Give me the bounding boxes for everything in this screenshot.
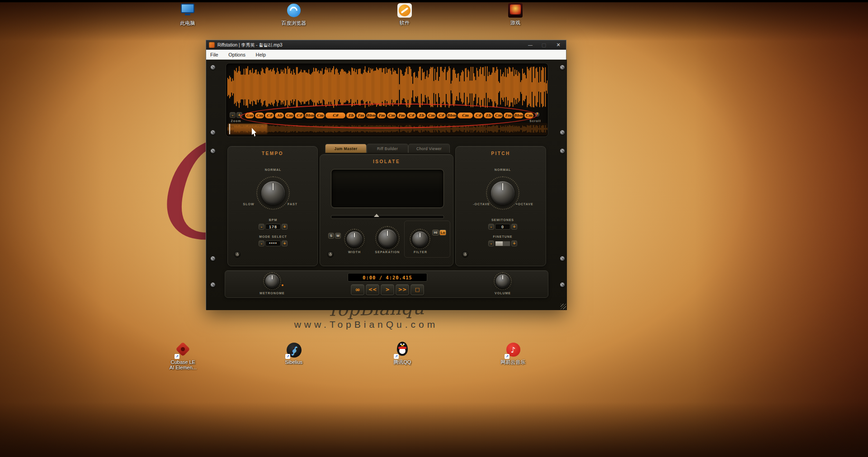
close-button[interactable]: ✕: [552, 40, 565, 50]
finetune-plus-button[interactable]: +: [511, 240, 517, 246]
minimize-button[interactable]: —: [524, 40, 537, 50]
chord-pill[interactable]: Cm: [316, 113, 325, 118]
semitones-minus-button[interactable]: -: [488, 224, 494, 230]
bpm-plus-button[interactable]: +: [282, 224, 288, 230]
chord-pill[interactable]: Bbm: [305, 113, 315, 118]
chord-pill[interactable]: Eb: [346, 113, 355, 118]
solo-button[interactable]: S: [328, 233, 334, 239]
width-knob[interactable]: [347, 231, 362, 247]
chord-pill[interactable]: C#: [295, 113, 304, 118]
chord-pill[interactable]: Eb: [417, 113, 426, 118]
chord-pill[interactable]: Fm: [504, 113, 513, 118]
icon-label: Sibelius: [274, 359, 314, 365]
chord-pill[interactable]: Fm: [397, 113, 406, 118]
chord-pill[interactable]: Gm: [245, 113, 254, 118]
waveform-panel: - + Zoom GmCmC#AbCmC#BbmCmC#EbFmBbmFmCmF…: [226, 63, 548, 137]
chord-pill[interactable]: Cm: [255, 113, 264, 118]
pitch-knob[interactable]: [491, 181, 514, 205]
separation-knob[interactable]: [378, 229, 396, 247]
metronome-knob[interactable]: [265, 274, 279, 288]
pitch-power-button[interactable]: [462, 251, 468, 258]
chord-pill[interactable]: Cm: [387, 113, 396, 118]
mode-plus-button[interactable]: +: [282, 240, 288, 246]
tab-riff-builder[interactable]: Riff Builder: [367, 144, 408, 153]
mode-value: ****: [265, 240, 281, 246]
screw-icon: [211, 65, 215, 70]
icon-label: 软件: [384, 20, 425, 25]
menu-options[interactable]: Options: [224, 50, 250, 60]
tempo-knob[interactable]: [261, 181, 285, 205]
forward-button[interactable]: >>: [396, 284, 409, 295]
chord-pill[interactable]: Cm: [427, 113, 436, 118]
waveform-overview-strip[interactable]: [227, 123, 547, 135]
chord-pill[interactable]: Fm: [356, 113, 365, 118]
mute-button[interactable]: M: [335, 233, 341, 239]
bpm-minus-button[interactable]: -: [259, 224, 264, 230]
waveform[interactable]: [227, 66, 547, 108]
chord-pill[interactable]: C#: [407, 113, 416, 118]
icon-label: Cubase LE AI Elemen...: [163, 359, 203, 370]
desktop-icon-software[interactable]: 软件: [384, 3, 425, 25]
mode-minus-button[interactable]: -: [259, 240, 264, 246]
chord-pill[interactable]: Cm: [458, 113, 473, 118]
chord-pill[interactable]: Bbm: [366, 113, 376, 118]
tab-jam-master[interactable]: Jam Master: [325, 144, 367, 153]
chord-pill[interactable]: C#: [265, 113, 274, 118]
window-title: Riffstation | 李秀英 - 휠릴리.mp3: [217, 42, 283, 48]
rewind-button[interactable]: <<: [366, 284, 379, 295]
chord-pill[interactable]: C#: [437, 113, 446, 118]
title-bar[interactable]: Riffstation | 李秀英 - 휠릴리.mp3 — ▢ ✕: [206, 40, 566, 50]
chord-pill[interactable]: Bbm: [514, 113, 524, 118]
desktop-icon-baidu-browser[interactable]: 百度浏览器: [274, 3, 314, 26]
maximize-button[interactable]: ▢: [537, 40, 551, 50]
chord-pill[interactable]: Cm: [494, 113, 503, 118]
riffstation-window: Riffstation | 李秀英 - 휠릴리.mp3 — ▢ ✕ File O…: [206, 40, 566, 310]
stop-button[interactable]: □: [410, 284, 424, 295]
chord-pill[interactable]: Cm: [285, 113, 294, 118]
desktop-icon-games[interactable]: 游戏: [495, 3, 536, 25]
desktop-icon-this-pc[interactable]: 此电脑: [167, 3, 208, 26]
volume-label: VOLUME: [485, 292, 521, 295]
chord-pill[interactable]: Fm: [377, 113, 386, 118]
semitones-plus-button[interactable]: +: [511, 224, 517, 230]
chord-pill[interactable]: C#: [474, 113, 483, 118]
menu-help[interactable]: Help: [252, 50, 270, 60]
chord-pill[interactable]: Ab: [275, 113, 284, 118]
desktop-icon-netease-music[interactable]: ♪ ↗ 网易云音乐: [493, 343, 533, 365]
shortcut-arrow-icon: ↗: [285, 354, 290, 359]
chord-pill[interactable]: C#: [326, 113, 345, 118]
transport-buttons: ∞ << > >> □: [351, 284, 424, 295]
shortcut-arrow-icon: ↗: [394, 354, 399, 359]
isolate-slider[interactable]: [331, 215, 444, 219]
filter-hi-button[interactable]: Hi: [432, 230, 439, 236]
finetune-minus-button[interactable]: -: [488, 240, 494, 246]
desktop-icon-sibelius[interactable]: ∮ ↗ Sibelius: [274, 343, 314, 365]
loop-button[interactable]: ∞: [351, 284, 364, 295]
this-pc-icon: [180, 4, 195, 19]
filter-knob[interactable]: [412, 231, 428, 247]
chord-pill[interactable]: Cm: [524, 113, 533, 118]
desktop-icon-cubase[interactable]: ↗ Cubase LE AI Elemen...: [163, 343, 203, 370]
chord-row: GmCmC#AbCmC#BbmCmC#EbFmBbmFmCmFmC#EbCmC#…: [245, 112, 533, 118]
screw-icon: [211, 149, 215, 153]
isolate-power-button[interactable]: [327, 251, 334, 258]
tab-chord-viewer[interactable]: Chord Viewer: [408, 144, 450, 153]
desktop-icon-qq[interactable]: ↗ 腾讯QQ: [382, 342, 423, 365]
finetune-label: FINETUNE: [482, 235, 523, 238]
software-icon: [397, 3, 412, 19]
window-resize-grip[interactable]: [561, 304, 566, 309]
finetune-slider[interactable]: [495, 241, 510, 246]
menu-file[interactable]: File: [206, 50, 222, 60]
scroll-knob[interactable]: [534, 112, 540, 118]
tempo-power-button[interactable]: [234, 251, 241, 258]
chord-pill[interactable]: Eb: [484, 113, 493, 118]
chord-pill[interactable]: Bbm: [447, 113, 457, 118]
isolate-slider-thumb[interactable]: [374, 214, 379, 217]
volume-knob[interactable]: [496, 274, 509, 288]
semitones-value: 0: [495, 224, 510, 230]
zoom-in-button[interactable]: +: [236, 112, 242, 118]
zoom-out-button[interactable]: -: [230, 112, 236, 118]
netease-music-icon: ♪ ↗: [505, 343, 521, 358]
play-button[interactable]: >: [381, 284, 394, 295]
filter-lo-button[interactable]: Lo: [439, 230, 446, 236]
